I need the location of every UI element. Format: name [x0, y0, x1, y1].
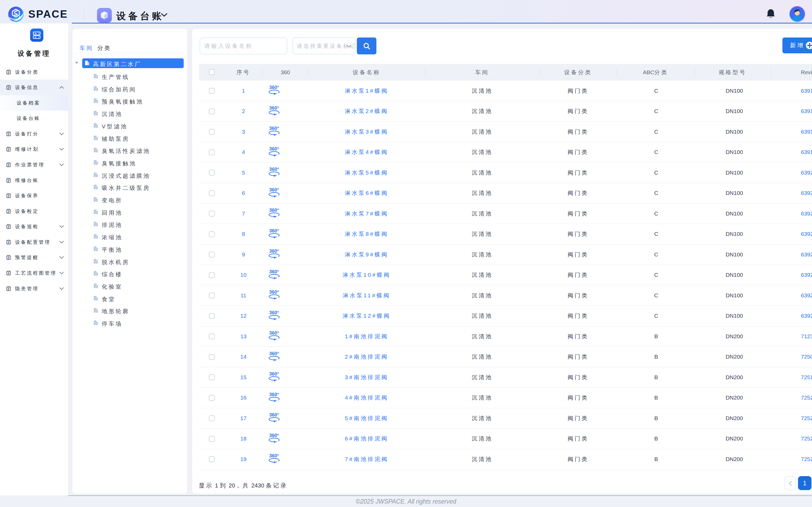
svg-text:360°: 360° — [269, 167, 279, 172]
svg-text:360°: 360° — [269, 434, 279, 438]
svg-text:360°: 360° — [269, 86, 279, 90]
svg-text:360°: 360° — [269, 188, 279, 192]
svg-text:360°: 360° — [269, 229, 279, 233]
svg-text:360°: 360° — [269, 331, 279, 336]
svg-text:360°: 360° — [269, 372, 279, 377]
svg-text:360°: 360° — [269, 270, 279, 274]
svg-text:360°: 360° — [269, 413, 279, 417]
svg-text:360°: 360° — [269, 352, 279, 356]
svg-text:360°: 360° — [269, 290, 279, 295]
svg-text:360°: 360° — [269, 311, 279, 315]
svg-text:360°: 360° — [269, 249, 279, 254]
svg-text:360°: 360° — [269, 393, 279, 397]
svg-text:360°: 360° — [269, 126, 279, 131]
svg-text:360°: 360° — [269, 147, 279, 152]
svg-text:360°: 360° — [269, 454, 279, 458]
svg-text:360°: 360° — [269, 208, 279, 213]
svg-text:360°: 360° — [269, 106, 279, 111]
